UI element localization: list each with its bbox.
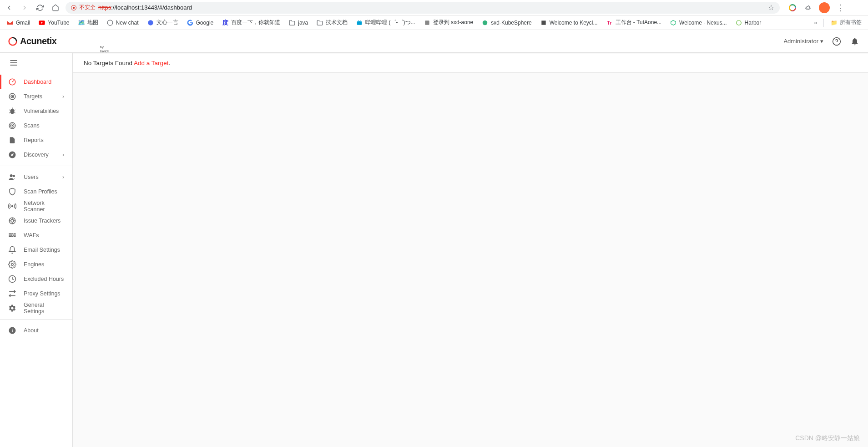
users-icon — [8, 173, 16, 181]
sidebar-item-proxy-settings[interactable]: Proxy Settings — [0, 286, 72, 301]
help-icon[interactable] — [832, 36, 842, 46]
sidebar-item-label: Users — [24, 174, 55, 180]
svg-rect-41 — [11, 236, 14, 237]
sidebar-item-about[interactable]: About — [0, 323, 72, 338]
sidebar-item-label: WAFs — [24, 232, 64, 239]
sidebar-item-email-settings[interactable]: Email Settings — [0, 243, 72, 257]
bookmark-item[interactable]: sxd-KubeSphere — [481, 19, 531, 26]
bookmark-item[interactable]: 登录到 sxd-aone — [424, 19, 474, 26]
sidebar-item-scan-profiles[interactable]: Scan Profiles — [0, 184, 72, 199]
all-bookmarks-button[interactable]: 📁所有书签 — [830, 19, 862, 26]
bookmark-label: 哔哩哔哩 (゜-゜)つ... — [365, 19, 415, 26]
empty-state-message: No Targets Found Add a Target. — [73, 54, 868, 73]
sidebar-item-excluded-hours[interactable]: Excluded Hours — [0, 272, 72, 286]
bookmark-label: Gmail — [16, 20, 30, 26]
sidebar-item-issue-trackers[interactable]: Issue Trackers — [0, 213, 72, 228]
sidebar-item-reports[interactable]: Reports — [0, 133, 72, 147]
sidebar-item-discovery[interactable]: Discovery› — [0, 147, 72, 162]
insecure-badge: 不安全 — [71, 4, 96, 11]
sidebar-item-targets[interactable]: Targets› — [0, 89, 72, 104]
bookmark-overflow-icon[interactable]: » — [814, 20, 817, 26]
svg-point-28 — [10, 174, 13, 177]
sidebar-item-dashboard[interactable]: Dashboard — [0, 75, 72, 89]
bookmark-item[interactable]: YouTube — [38, 19, 69, 26]
bookmark-label: Harbor — [745, 20, 762, 26]
browser-toolbar: 不安全 https://localhost:13443/#/dashboard … — [0, 0, 868, 15]
bookmark-favicon-icon — [540, 19, 547, 26]
svg-rect-40 — [9, 236, 11, 237]
sidebar-item-users[interactable]: Users› — [0, 170, 72, 184]
bookmark-item[interactable]: Tr工作台 - TutAone... — [606, 19, 662, 26]
bookmark-favicon-icon: Tr — [606, 19, 613, 26]
forward-button[interactable] — [19, 2, 30, 13]
app-body: DashboardTargets›VulnerabilitiesScansRep… — [0, 53, 868, 447]
bookmark-favicon-icon — [38, 19, 45, 26]
chevron-right-icon: › — [62, 152, 64, 158]
sidebar-item-vulnerabilities[interactable]: Vulnerabilities — [0, 104, 72, 118]
home-button[interactable] — [50, 2, 61, 13]
bookmark-label: YouTube — [48, 20, 69, 26]
bookmark-item[interactable]: Welcome to Keycl... — [540, 19, 598, 26]
svg-rect-38 — [13, 235, 15, 236]
svg-rect-34 — [11, 234, 14, 234]
bookmark-item[interactable]: 度百度一下，你就知道 — [222, 19, 280, 26]
bookmark-item[interactable]: Welcome - Nexus... — [670, 19, 727, 26]
bookmark-item[interactable]: Harbor — [735, 19, 762, 26]
sidebar-item-general-settings[interactable]: General Settings — [0, 301, 72, 315]
sidebar: DashboardTargets›VulnerabilitiesScansRep… — [0, 53, 73, 447]
back-button[interactable] — [4, 2, 15, 13]
bookmark-favicon-icon — [147, 19, 154, 26]
add-target-link[interactable]: Add a Target — [134, 60, 168, 66]
bookmark-item[interactable]: java — [288, 19, 308, 26]
bookmark-item[interactable]: Gmail — [6, 19, 30, 26]
svg-marker-11 — [671, 20, 676, 25]
bookmark-label: Google — [196, 20, 214, 26]
notifications-icon[interactable] — [850, 36, 860, 46]
svg-rect-10 — [541, 20, 545, 25]
extension-icons: ⋮ — [788, 2, 844, 13]
bookmark-item[interactable]: 文心一言 — [147, 19, 178, 26]
svg-point-23 — [10, 109, 15, 114]
reload-button[interactable] — [35, 2, 45, 13]
url-text: ://localhost:13443/#/dashboard — [111, 4, 192, 11]
sidebar-item-label: Vulnerabilities — [24, 108, 64, 114]
sidebar-item-label: Network Scanner — [24, 200, 64, 213]
browser-menu-icon[interactable]: ⋮ — [836, 3, 844, 13]
bookmark-item[interactable]: 🗺️地图 — [78, 19, 98, 26]
gear-icon — [8, 260, 16, 269]
sidebar-item-label: Discovery — [24, 152, 55, 158]
bookmark-item[interactable]: New chat — [106, 19, 139, 26]
bookmark-item[interactable]: 技术文档 — [316, 19, 348, 26]
extensions-puzzle-icon[interactable] — [803, 3, 812, 12]
bookmark-label: Welcome - Nexus... — [679, 20, 727, 26]
user-menu[interactable]: Administrator▾ — [783, 38, 823, 45]
bookmark-item[interactable]: 哔哩哔哩 (゜-゜)つ... — [356, 19, 415, 26]
logo-mark-icon — [8, 37, 17, 46]
bookmark-favicon-icon — [288, 19, 296, 26]
app-logo[interactable]: Acunetixby Invicti — [8, 36, 56, 46]
svg-point-43 — [11, 264, 14, 266]
svg-rect-36 — [9, 235, 10, 236]
antenna-icon — [8, 202, 16, 210]
svg-rect-37 — [10, 235, 13, 236]
sidebar-item-scans[interactable]: Scans — [0, 118, 72, 133]
logo-subtitle: by Invicti — [100, 45, 109, 53]
bookmark-item[interactable]: Google — [187, 19, 214, 26]
profile-avatar[interactable] — [819, 2, 830, 13]
bookmark-star-icon[interactable]: ☆ — [768, 3, 774, 12]
sidebar-item-network-scanner[interactable]: Network Scanner — [0, 199, 72, 213]
bell-icon — [8, 246, 16, 254]
sidebar-item-engines[interactable]: Engines — [0, 257, 72, 272]
logo-text: Acunetix — [20, 36, 56, 46]
sidebar-item-wafs[interactable]: WAFs — [0, 228, 72, 243]
sidebar-item-label: Scan Profiles — [24, 188, 64, 195]
url-protocol: https — [98, 4, 111, 11]
svg-point-26 — [12, 125, 13, 126]
address-bar[interactable]: 不安全 https://localhost:13443/#/dashboard … — [66, 2, 780, 14]
bookmark-favicon-icon — [424, 19, 431, 26]
shield-icon — [8, 188, 16, 196]
extension-icon[interactable] — [788, 3, 797, 12]
bookmark-favicon-icon — [106, 19, 114, 26]
sidebar-toggle[interactable] — [0, 53, 72, 73]
bookmark-label: 地图 — [87, 19, 98, 26]
